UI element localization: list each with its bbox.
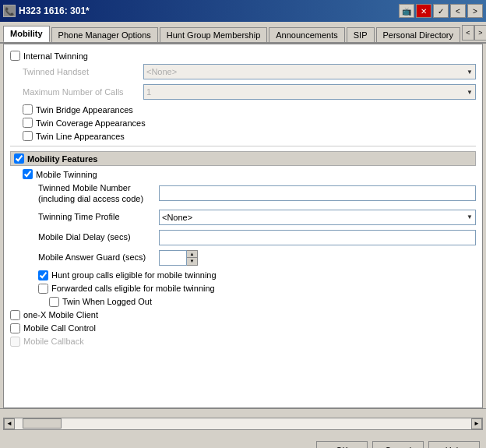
twinning-time-profile-row: Twinning Time Profile <None> ▼ [38, 210, 476, 225]
mobile-call-control-checkbox[interactable] [10, 323, 20, 333]
mobile-answer-guard-down-icon[interactable]: ▼ [187, 258, 197, 265]
mobility-features-checkbox[interactable] [14, 153, 24, 164]
internal-twinning-label: Internal Twinning [23, 51, 88, 61]
tab-strip: Mobility Phone Manager Options Hunt Grou… [0, 22, 486, 44]
twin-line-row: Twin Line Appearances [23, 131, 476, 141]
mobility-features-label: Mobility Features [27, 154, 97, 164]
mobile-callback-row: Mobile Callback [10, 337, 476, 347]
mobile-dial-delay-input-wrap: 2 [159, 230, 476, 245]
title-bar: 📞 H323 1616: 301* 📺 ✕ ✓ < > [0, 0, 486, 22]
mobile-callback-checkbox [10, 337, 20, 347]
twinned-mobile-number-label: Twinned Mobile Number (including dial ac… [38, 182, 159, 205]
twinned-handset-arrow-icon: ▼ [467, 69, 473, 76]
app-icon: 📞 [3, 5, 16, 17]
hunt-group-eligible-row: Hunt group calls eligible for mobile twi… [38, 270, 476, 280]
tab-sip[interactable]: SIP [347, 27, 375, 43]
twin-bridge-label: Twin Bridge Appearances [36, 105, 133, 115]
mobile-callback-label: Mobile Callback [23, 337, 84, 346]
tab-announcements[interactable]: Announcements [269, 27, 345, 43]
mobile-dial-delay-row: Mobile Dial Delay (secs) 2 [38, 230, 476, 245]
bottom-bar: ◄ ► [0, 408, 486, 438]
twin-when-logged-out-checkbox[interactable] [49, 297, 59, 307]
twinning-time-profile-arrow-icon: ▼ [467, 213, 473, 220]
mobile-answer-guard-input-wrap: 0 ▲ ▼ [159, 250, 476, 266]
onex-mobile-client-checkbox[interactable] [10, 310, 20, 320]
mobile-dial-delay-label: Mobile Dial Delay (secs) [38, 231, 159, 242]
twin-when-logged-out-label: Twin When Logged Out [62, 297, 152, 306]
hunt-group-eligible-label: Hunt group calls eligible for mobile twi… [51, 270, 217, 280]
mobility-features-header: Mobility Features [10, 151, 476, 166]
scroll-left-button[interactable]: ◄ [4, 418, 15, 429]
mobile-answer-guard-up-icon[interactable]: ▲ [187, 251, 197, 258]
tab-nav-group: < > [462, 25, 486, 41]
main-content: Internal Twinning Twinned Handset <None>… [3, 44, 483, 408]
forwarded-eligible-checkbox[interactable] [38, 284, 48, 294]
scroll-track [15, 418, 471, 429]
max-calls-dropdown: 1 ▼ [143, 84, 476, 100]
twin-bridge-checkbox[interactable] [23, 104, 33, 115]
twinned-handset-dropdown: <None> ▼ [143, 64, 476, 79]
twin-line-label: Twin Line Appearances [36, 132, 125, 141]
tab-phone-manager[interactable]: Phone Manager Options [51, 27, 158, 43]
back-button[interactable]: < [450, 4, 466, 18]
twinned-handset-label: Twinned Handset [23, 66, 143, 77]
monitor-button[interactable]: 📺 [399, 4, 414, 18]
twinned-mobile-number-row: Twinned Mobile Number (including dial ac… [38, 182, 476, 205]
scroll-right-button[interactable]: ► [471, 418, 482, 429]
max-calls-arrow-icon: ▼ [467, 89, 473, 96]
close-button[interactable]: ✕ [416, 4, 431, 18]
mobile-twinning-label: Mobile Twinning [36, 170, 97, 179]
divider-1 [10, 146, 476, 146]
scroll-thumb[interactable] [23, 418, 62, 429]
mobile-answer-guard-label: Mobile Answer Guard (secs) [38, 252, 159, 263]
twin-coverage-checkbox[interactable] [23, 118, 33, 128]
mobile-call-control-row: Mobile Call Control [10, 323, 476, 333]
title-bar-left: 📞 H323 1616: 301* [3, 5, 90, 17]
onex-mobile-client-label: one-X Mobile Client [23, 310, 98, 319]
forward-button[interactable]: > [467, 4, 483, 18]
twin-when-logged-out-row: Twin When Logged Out [49, 297, 476, 307]
horizontal-scrollbar[interactable]: ◄ ► [3, 418, 483, 430]
twinning-time-profile-dropdown[interactable]: <None> ▼ [159, 210, 476, 225]
mobile-dial-delay-input[interactable]: 2 [159, 230, 476, 245]
mobile-answer-guard-spin: 0 ▲ ▼ [159, 250, 198, 266]
window-title: H323 1616: 301* [19, 5, 90, 16]
twinned-mobile-number-input[interactable]: 917205558022 [159, 185, 476, 201]
internal-twinning-checkbox[interactable] [10, 51, 20, 61]
twin-bridge-row: Twin Bridge Appearances [23, 104, 476, 115]
onex-mobile-client-row: one-X Mobile Client [10, 310, 476, 320]
tab-nav-back[interactable]: < [462, 25, 474, 41]
twin-coverage-row: Twin Coverage Appearances [23, 118, 476, 128]
max-calls-label: Maximum Number of Calls [23, 86, 143, 97]
twinning-time-profile-input: <None> ▼ [159, 210, 476, 225]
help-button[interactable]: Help [428, 441, 480, 448]
max-calls-row: Maximum Number of Calls 1 ▼ [23, 84, 476, 100]
confirm-button[interactable]: ✓ [433, 4, 449, 18]
twin-coverage-label: Twin Coverage Appearances [36, 118, 146, 128]
tab-hunt-group[interactable]: Hunt Group Membership [160, 27, 267, 43]
mobile-answer-guard-row: Mobile Answer Guard (secs) 0 ▲ ▼ [38, 250, 476, 266]
twinning-time-profile-label: Twinning Time Profile [38, 211, 159, 222]
mobile-twinning-checkbox[interactable] [23, 169, 33, 179]
max-calls-input: 1 ▼ [143, 84, 476, 100]
internal-twinning-row: Internal Twinning [10, 51, 476, 61]
cancel-button[interactable]: Cancel [372, 441, 424, 448]
mobile-answer-guard-spin-btns: ▲ ▼ [187, 250, 198, 266]
twinned-mobile-number-input-wrap: 917205558022 [159, 185, 476, 201]
mobile-twinning-row: Mobile Twinning [23, 169, 476, 179]
tab-nav-forward[interactable]: > [474, 25, 486, 41]
twin-line-checkbox[interactable] [23, 131, 33, 141]
title-bar-controls: 📺 ✕ ✓ < > [399, 4, 483, 18]
tab-personal-dir[interactable]: Personal Directory [376, 27, 460, 43]
mobile-call-control-label: Mobile Call Control [23, 323, 96, 333]
mobile-answer-guard-input[interactable]: 0 [159, 250, 187, 266]
twinned-handset-row: Twinned Handset <None> ▼ [23, 64, 476, 79]
footer: OK Cancel Help [0, 438, 486, 448]
twinned-handset-input: <None> ▼ [143, 64, 476, 79]
forwarded-eligible-label: Forwarded calls eligible for mobile twin… [51, 284, 215, 293]
hunt-group-eligible-checkbox[interactable] [38, 270, 48, 280]
ok-button[interactable]: OK [316, 441, 368, 448]
forwarded-eligible-row: Forwarded calls eligible for mobile twin… [38, 284, 476, 294]
tab-mobility[interactable]: Mobility [3, 26, 50, 43]
